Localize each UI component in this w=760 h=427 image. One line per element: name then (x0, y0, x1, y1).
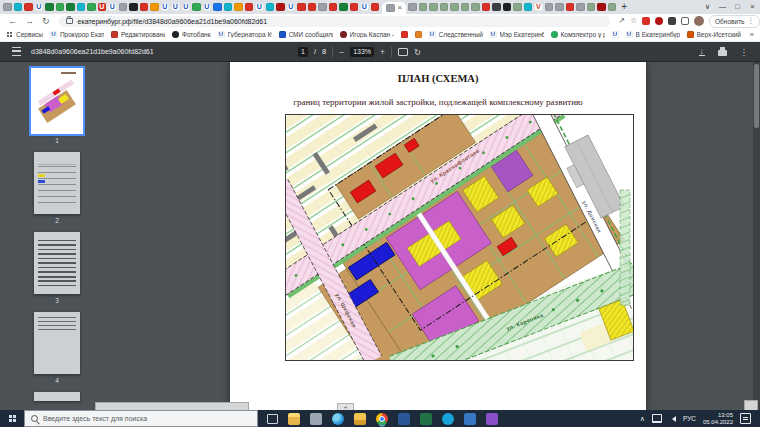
minimize-button[interactable]: — (715, 0, 730, 14)
page-thumbnail[interactable] (31, 68, 83, 134)
profile-avatar[interactable] (694, 16, 704, 26)
zoom-level[interactable]: 133% (350, 47, 374, 57)
bookmark-item[interactable]: Комэлектро у рабо… (551, 31, 605, 38)
tab-favicon[interactable] (266, 3, 275, 12)
tab-favicon[interactable] (213, 3, 222, 12)
tab-favicon[interactable] (14, 3, 23, 12)
tab-favicon[interactable] (587, 3, 596, 12)
tab-favicon[interactable] (192, 3, 201, 12)
tab-favicon[interactable] (45, 3, 54, 12)
taskbar-app-photos[interactable] (310, 413, 322, 425)
bookmark-item[interactable]: Верх-Исетский (687, 31, 741, 38)
language-indicator[interactable]: РУС (683, 415, 696, 422)
print-icon[interactable] (718, 50, 727, 56)
taskbar-app-paint-3d[interactable] (486, 413, 498, 425)
tab-favicon[interactable]: U (182, 3, 191, 12)
browser-menu-icon[interactable]: ⋮ (748, 17, 755, 25)
tab-favicon[interactable] (371, 3, 380, 12)
extension-icon[interactable] (681, 17, 689, 25)
active-tab[interactable]: × (382, 2, 406, 14)
tab-favicon[interactable] (308, 3, 317, 12)
tab-favicon[interactable]: U (360, 3, 369, 12)
tab-favicon[interactable] (419, 3, 428, 12)
more-actions-icon[interactable]: ⋮ (740, 47, 749, 57)
tab-favicon[interactable] (329, 3, 338, 12)
tab-favicon[interactable] (56, 3, 65, 12)
tab-favicon[interactable] (318, 3, 327, 12)
tab-favicon[interactable] (576, 3, 585, 12)
bookmark-item[interactable]: Сервисы (6, 31, 43, 38)
tab-favicon[interactable] (77, 3, 86, 12)
taskbar-search[interactable]: Введите здесь текст для поиска (24, 410, 258, 427)
taskbar-app-file-explorer[interactable] (288, 413, 300, 425)
tab-favicon[interactable] (24, 3, 33, 12)
tab-favicon[interactable] (471, 3, 480, 12)
taskbar-app-word[interactable] (398, 413, 410, 425)
close-tab-icon[interactable]: × (398, 4, 403, 12)
bookmark-item[interactable]: Редактирование н… (111, 31, 165, 38)
tab-favicon[interactable]: U (161, 3, 170, 12)
bookmark-item[interactable]: СМИ сообщили ре… (279, 31, 333, 38)
tab-favicon[interactable] (440, 3, 449, 12)
rotate-icon[interactable]: ↻ (414, 47, 421, 57)
back-icon[interactable]: ← (8, 14, 17, 28)
tab-favicon[interactable]: V (534, 3, 543, 12)
taskbar-app-photos-viewer[interactable] (464, 413, 476, 425)
taskbar-app-shared-folder[interactable] (354, 413, 366, 425)
bookmark-item[interactable]: Фотобанк (172, 31, 211, 38)
page-number-input[interactable]: 1 (298, 47, 308, 57)
tab-search-icon[interactable]: ∨ (700, 0, 715, 14)
bookmark-item[interactable] (401, 31, 408, 38)
action-center-icon[interactable] (740, 413, 751, 424)
tab-favicon[interactable] (429, 3, 438, 12)
tray-expand-icon[interactable]: ∧ (640, 415, 645, 423)
tab-favicon[interactable] (234, 3, 243, 12)
url-field[interactable]: екатеринбург.рф/file/d3848d0a9606ea21d1b… (59, 16, 611, 27)
tab-favicon[interactable]: U (35, 3, 44, 12)
maximize-button[interactable]: □ (730, 0, 745, 14)
share-icon[interactable]: ↗ (618, 16, 625, 26)
bookmark-item[interactable]: Игорь Каспан — В… (340, 31, 394, 38)
tab-favicon[interactable] (87, 3, 96, 12)
reload-icon[interactable]: ↻ (42, 14, 50, 28)
close-button[interactable]: × (745, 0, 760, 14)
tab-favicon[interactable] (224, 3, 233, 12)
tab-favicon[interactable] (245, 3, 254, 12)
tab-favicon[interactable] (66, 3, 75, 12)
tab-favicon[interactable]: U (287, 3, 296, 12)
page-thumbnail[interactable] (34, 392, 80, 401)
bookmark-item[interactable]: UГубернатора Куба… (218, 31, 272, 38)
new-tab-button[interactable]: + (621, 2, 627, 12)
download-icon[interactable]: ↓ (699, 48, 705, 56)
bookmark-item[interactable]: UСледственный ком… (429, 31, 483, 38)
tab-favicon[interactable] (119, 3, 128, 12)
volume-icon[interactable] (669, 416, 676, 422)
extension-icon[interactable] (642, 17, 650, 25)
tab-favicon[interactable] (545, 3, 554, 12)
tab-favicon[interactable] (339, 3, 348, 12)
tab-favicon[interactable] (408, 3, 417, 12)
clock[interactable]: 13:05 05.04.2022 (703, 412, 733, 426)
tab-favicon[interactable] (276, 3, 285, 12)
update-chrome-button[interactable]: Обновить ⋮ (709, 15, 760, 28)
pdf-menu-icon[interactable] (12, 47, 21, 56)
tab-favicon[interactable] (555, 3, 564, 12)
bookmarks-overflow-icon[interactable]: » (750, 30, 754, 39)
tab-favicon[interactable] (450, 3, 459, 12)
zoom-out-button[interactable]: − (339, 47, 344, 57)
taskbar-app-task-view[interactable] (267, 414, 278, 424)
tab-favicon[interactable] (608, 3, 617, 12)
bookmark-item[interactable]: U (612, 31, 619, 38)
scrollbar-thumb[interactable] (754, 64, 759, 128)
network-icon[interactable] (652, 414, 662, 423)
bookmark-star-icon[interactable]: ☆ (630, 16, 637, 26)
tab-favicon[interactable] (492, 3, 501, 12)
viewer-scrollbar[interactable] (753, 62, 760, 410)
taskbar-app-chrome[interactable] (376, 413, 388, 425)
page-thumbnail[interactable] (34, 152, 80, 214)
page-thumbnail[interactable] (34, 312, 80, 374)
tab-favicon[interactable] (524, 3, 533, 12)
tab-favicon[interactable] (566, 3, 575, 12)
forward-icon[interactable]: → (25, 14, 34, 28)
tab-favicon[interactable] (482, 3, 491, 12)
